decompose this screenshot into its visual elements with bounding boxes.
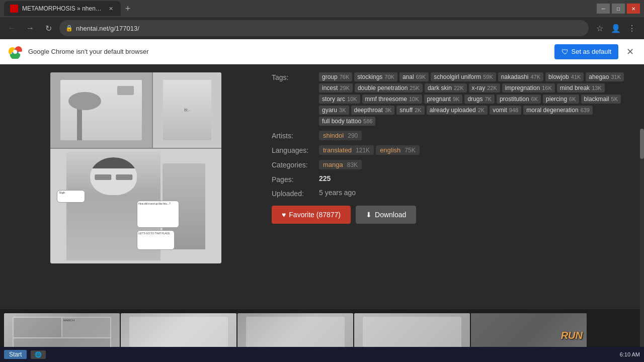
shield-icon: 🛡 <box>561 48 569 56</box>
taskbar-apps: 🌐 <box>31 350 615 359</box>
tag-item[interactable]: mind break 13K <box>557 83 605 93</box>
tag-item[interactable]: blackmail 5K <box>581 95 621 104</box>
lock-icon: 🔒 <box>65 25 73 32</box>
heart-icon: ♥ <box>282 211 286 219</box>
tag-item[interactable]: double penetration 25K <box>355 83 423 93</box>
scrollbar-thumb[interactable] <box>640 129 644 159</box>
tags-container: group 76Kstockings 70Kanal 69Kschoolgirl… <box>319 72 634 126</box>
tag-item[interactable]: story arc 10K <box>319 95 360 104</box>
account-button[interactable]: 👤 <box>609 21 623 35</box>
artists-label: Artists: <box>272 131 317 140</box>
tag-item[interactable]: anal 69K <box>399 72 429 81</box>
tag-item[interactable]: snuff 2K <box>396 106 424 115</box>
refresh-button[interactable]: ↻ <box>41 21 55 35</box>
address-bar-row: ← → ↻ 🔒 nhentai.net/g/177013/ ☆ 👤 ⋮ <box>0 17 644 39</box>
download-button[interactable]: ⬇ Download <box>356 206 416 224</box>
tag-item[interactable]: ahegao 31K <box>586 72 624 81</box>
start-button[interactable]: Start <box>4 350 27 359</box>
notification-bar: Google Chrome isn't your default browser… <box>0 39 644 64</box>
set-as-default-button[interactable]: 🛡 Set as default <box>554 44 619 59</box>
tag-item[interactable]: schoolgirl uniform 59K <box>431 72 496 81</box>
tag-item[interactable]: incest 29K <box>319 83 353 93</box>
taskbar: Start 🌐 6:10 AM <box>0 347 644 362</box>
tag-item[interactable]: gyaru 3K <box>319 106 349 115</box>
artist-item[interactable]: shindol 290 <box>319 131 362 140</box>
set-default-label: Set as default <box>572 48 612 55</box>
favorite-label: Favorite (87877) <box>289 211 341 219</box>
download-icon: ⬇ <box>366 211 372 219</box>
window-controls: ─ □ ✕ <box>597 4 640 14</box>
uploaded-row: Uploaded: 5 years ago <box>272 189 634 198</box>
languages-container: translated 121Kenglish 75K <box>319 145 634 155</box>
tag-item[interactable]: pregnant 9K <box>424 95 463 104</box>
notification-text: Google Chrome isn't your default browser <box>28 48 548 55</box>
tag-item[interactable]: blowjob 41K <box>545 72 584 81</box>
chrome-logo-icon <box>8 45 22 59</box>
close-window-button[interactable]: ✕ <box>627 4 640 14</box>
manga-top-panels: 校... <box>50 72 221 149</box>
categories-label: Categories: <box>272 160 317 169</box>
tag-item[interactable]: already uploaded 2K <box>427 106 488 115</box>
category-item[interactable]: manga 83K <box>319 160 362 169</box>
system-clock: 6:10 AM <box>620 351 640 357</box>
patreon-text: RUN <box>561 330 583 341</box>
bookmark-button[interactable]: ☆ <box>593 21 607 35</box>
tag-item[interactable]: moral degeneration 639 <box>523 106 593 115</box>
tag-item[interactable]: mmf threesome 10K <box>362 95 422 104</box>
manga-bottom-panel: How did it end up like this...? LET'S GO… <box>50 149 221 263</box>
address-box[interactable]: 🔒 nhentai.net/g/177013/ <box>59 20 589 36</box>
notification-close-button[interactable]: ✕ <box>624 44 636 59</box>
browser-frame: METAMORPHOSIS » nhentai: henta... ✕ + ─ … <box>0 0 644 39</box>
uploaded-label: Uploaded: <box>272 189 317 198</box>
tag-item[interactable]: prostitution 6K <box>497 95 541 104</box>
tag-item[interactable]: vomit 948 <box>490 106 521 115</box>
menu-button[interactable]: ⋮ <box>625 21 639 35</box>
language-item[interactable]: translated 121K <box>319 145 374 155</box>
tag-item[interactable]: group 76K <box>319 72 352 81</box>
active-tab[interactable]: METAMORPHOSIS » nhentai: henta... ✕ <box>4 1 121 16</box>
pages-value: 225 <box>319 174 331 183</box>
tag-item[interactable]: piercing 6K <box>543 95 579 104</box>
tag-item[interactable]: stockings 70K <box>354 72 397 81</box>
categories-row: Categories: manga 83K <box>272 160 634 169</box>
manga-top-left-panel <box>50 72 153 148</box>
tag-item[interactable]: full body tattoo 586 <box>319 117 375 126</box>
svg-point-1 <box>13 50 17 54</box>
favorite-button[interactable]: ♥ Favorite (87877) <box>272 206 351 224</box>
tag-item[interactable]: dark skin 22K <box>425 83 467 93</box>
toolbar-icons: ☆ 👤 ⋮ <box>593 21 639 35</box>
forward-button[interactable]: → <box>23 21 37 35</box>
page-scrollbar[interactable] <box>640 129 644 362</box>
uploaded-value: 5 years ago <box>319 189 356 197</box>
categories-container: manga 83K <box>319 160 634 169</box>
tag-item[interactable]: drugs 7K <box>464 95 495 104</box>
new-tab-button[interactable]: + <box>121 2 135 16</box>
url-text: nhentai.net/g/177013/ <box>76 25 139 32</box>
minimize-button[interactable]: ─ <box>597 4 610 14</box>
tab-close-button[interactable]: ✕ <box>107 5 115 13</box>
tag-item[interactable]: deepthroat 3K <box>351 106 395 115</box>
tag-item[interactable]: nakadashi 47K <box>498 72 543 81</box>
download-label: Download <box>375 211 406 219</box>
manga-cover[interactable]: 校... <box>50 72 221 263</box>
pages-label: Pages: <box>272 174 317 184</box>
maximize-button[interactable]: □ <box>612 4 625 14</box>
manga-top-right-panel: 校... <box>153 72 221 148</box>
taskbar-app-chrome[interactable]: 🌐 <box>31 350 46 359</box>
page-content: 校... <box>0 64 644 362</box>
tab-bar: METAMORPHOSIS » nhentai: henta... ✕ + <box>4 0 135 17</box>
tab-title: METAMORPHOSIS » nhentai: henta... <box>22 5 103 12</box>
tag-item[interactable]: impregnation 16K <box>502 83 555 93</box>
tags-label: Tags: <box>272 72 317 81</box>
languages-label: Languages: <box>272 145 317 154</box>
pages-row: Pages: 225 <box>272 174 634 184</box>
tab-favicon <box>10 5 18 13</box>
language-item[interactable]: english 75K <box>376 145 420 155</box>
artists-container: shindol 290 <box>319 131 634 140</box>
info-section: Tags: group 76Kstockings 70Kanal 69Kscho… <box>272 68 634 228</box>
tag-item[interactable]: x-ray 22K <box>469 83 500 93</box>
back-button[interactable]: ← <box>5 21 19 35</box>
title-bar: METAMORPHOSIS » nhentai: henta... ✕ + ─ … <box>0 0 644 17</box>
tags-row: Tags: group 76Kstockings 70Kanal 69Kscho… <box>272 72 634 126</box>
action-buttons: ♥ Favorite (87877) ⬇ Download <box>272 206 634 224</box>
